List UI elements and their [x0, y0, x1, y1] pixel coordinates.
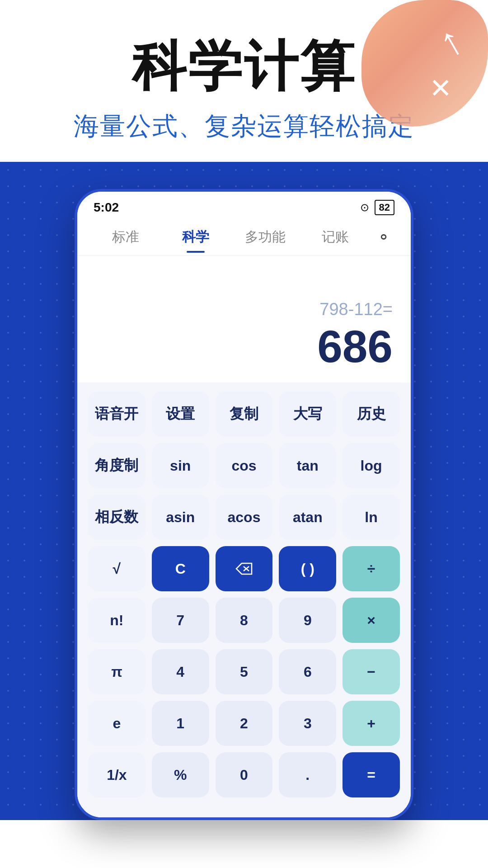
key-row-1: 角度制 sin cos tan log	[88, 443, 400, 488]
key-9[interactable]: 9	[279, 598, 336, 643]
key-plus[interactable]: +	[343, 701, 400, 746]
top-section: ↑ ✕ 科学计算 海量公式、复杂运算轻松搞定	[0, 0, 488, 162]
key-row-2: 相反数 asin acos atan ln	[88, 495, 400, 540]
result: 686	[317, 324, 393, 369]
key-voice[interactable]: 语音开	[88, 392, 145, 437]
key-minus[interactable]: −	[343, 649, 400, 694]
key-divide[interactable]: ÷	[343, 546, 400, 591]
key-cos[interactable]: cos	[216, 443, 273, 488]
keypad: 语音开 设置 复制 大写 历史 角度制 sin cos tan log 相反数 …	[77, 382, 411, 817]
nav-tabs: 标准 科学 多功能 记账 ⚬	[77, 219, 411, 256]
key-4[interactable]: 4	[152, 649, 209, 694]
status-bar: 5:02 ⊙ 82	[77, 192, 411, 219]
key-uppercase[interactable]: 大写	[279, 392, 336, 437]
expression: 798-112=	[319, 300, 393, 319]
key-3[interactable]: 3	[279, 701, 336, 746]
key-6[interactable]: 6	[279, 649, 336, 694]
key-row-5: π 4 5 6 −	[88, 649, 400, 694]
key-degree[interactable]: 角度制	[88, 443, 145, 488]
key-5[interactable]: 5	[216, 649, 273, 694]
key-euler[interactable]: e	[88, 701, 145, 746]
key-atan[interactable]: atan	[279, 495, 336, 540]
blue-section: 5:02 ⊙ 82 标准 科学 多功能 记账 ⚬ 798-112= 686	[0, 162, 488, 820]
key-factorial[interactable]: n!	[88, 598, 145, 643]
key-asin[interactable]: asin	[152, 495, 209, 540]
status-icons: ⊙ 82	[360, 200, 394, 215]
phone-mockup: 5:02 ⊙ 82 标准 科学 多功能 记账 ⚬ 798-112= 686	[75, 189, 413, 820]
key-row-0: 语音开 设置 复制 大写 历史	[88, 392, 400, 437]
deco-blob	[361, 0, 488, 127]
key-reciprocal[interactable]: 1/x	[88, 752, 145, 797]
key-row-3: √ C ( ) ÷	[88, 546, 400, 591]
key-equals[interactable]: =	[343, 752, 400, 797]
key-row-7: 1/x % 0 . =	[88, 752, 400, 797]
key-sqrt[interactable]: √	[88, 546, 145, 591]
key-percent[interactable]: %	[152, 752, 209, 797]
display-area: 798-112= 686	[77, 256, 411, 382]
tab-science[interactable]: 科学	[161, 223, 231, 251]
key-pi[interactable]: π	[88, 649, 145, 694]
key-7[interactable]: 7	[152, 598, 209, 643]
key-dot[interactable]: .	[279, 752, 336, 797]
deco-star: ✕	[429, 72, 452, 104]
key-negate[interactable]: 相反数	[88, 495, 145, 540]
tab-multifunction[interactable]: 多功能	[230, 223, 300, 251]
key-ln[interactable]: ln	[343, 495, 400, 540]
key-sin[interactable]: sin	[152, 443, 209, 488]
key-0[interactable]: 0	[216, 752, 273, 797]
key-clear[interactable]: C	[152, 546, 209, 591]
key-copy[interactable]: 复制	[216, 392, 273, 437]
key-multiply[interactable]: ×	[343, 598, 400, 643]
tab-accounting[interactable]: 记账	[300, 223, 371, 251]
key-1[interactable]: 1	[152, 701, 209, 746]
key-acos[interactable]: acos	[216, 495, 273, 540]
key-log[interactable]: log	[343, 443, 400, 488]
key-row-4: n! 7 8 9 ×	[88, 598, 400, 643]
tab-standard[interactable]: 标准	[91, 223, 161, 251]
key-row-6: e 1 2 3 +	[88, 701, 400, 746]
profile-button[interactable]: ⚬	[370, 224, 397, 251]
key-parens[interactable]: ( )	[279, 546, 336, 591]
wifi-icon: ⊙	[360, 201, 369, 214]
backspace-icon	[235, 562, 253, 575]
key-8[interactable]: 8	[216, 598, 273, 643]
key-2[interactable]: 2	[216, 701, 273, 746]
key-history[interactable]: 历史	[343, 392, 400, 437]
key-tan[interactable]: tan	[279, 443, 336, 488]
key-settings[interactable]: 设置	[152, 392, 209, 437]
key-backspace[interactable]	[216, 546, 273, 591]
battery-badge: 82	[375, 200, 394, 215]
status-time: 5:02	[94, 200, 119, 215]
